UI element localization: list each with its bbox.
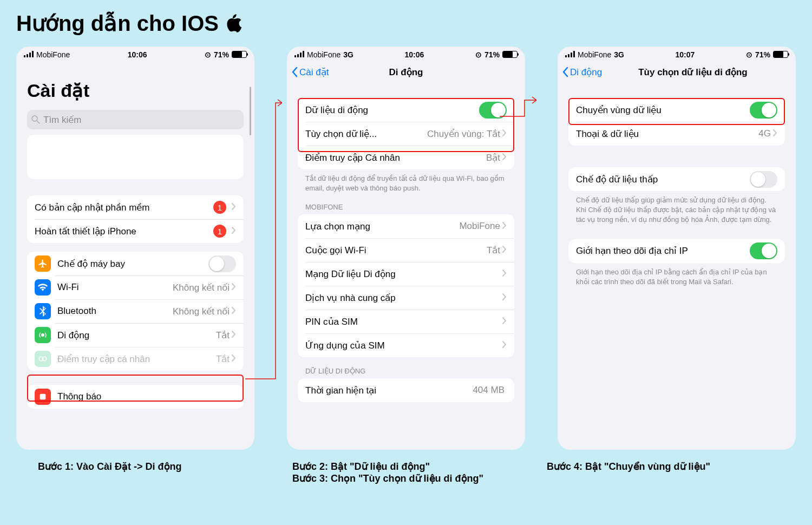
carrier: MobiFone xyxy=(578,50,611,59)
svg-rect-8 xyxy=(40,394,46,400)
time: 10:06 xyxy=(128,50,147,59)
row-provider[interactable]: Dịch vụ nhà cung cấp xyxy=(298,286,514,310)
battery-pct: 71% xyxy=(755,50,770,59)
label: Dữ liệu di động xyxy=(305,104,479,116)
battery-icon xyxy=(232,51,247,58)
chevron-right-icon xyxy=(232,353,236,364)
captions: Bước 1: Vào Cài Đặt -> Di động Bước 2: B… xyxy=(16,461,796,484)
label: Có bản cập nhật phần mềm xyxy=(35,202,213,213)
cellular-data-toggle[interactable] xyxy=(479,102,507,119)
label: Chế độ máy bay xyxy=(57,258,208,270)
signal-icon xyxy=(565,50,575,59)
label: Thoại & dữ liệu xyxy=(576,128,758,140)
row-finish-setup[interactable]: Hoàn tất thiết lập iPhone 1 xyxy=(27,219,244,243)
value: Tắt xyxy=(487,245,500,256)
caption-step-1: Bước 1: Vào Cài Đặt -> Di động xyxy=(16,461,254,484)
value: Không kết nối xyxy=(173,282,230,293)
chevron-right-icon xyxy=(502,340,507,351)
battery-icon xyxy=(773,51,788,58)
row-network-selection[interactable]: Lựa chọn mạng MobiFone xyxy=(298,214,514,238)
row-airplane-mode[interactable]: Chế độ máy bay xyxy=(27,252,244,275)
label: Điểm truy cập Cá nhân xyxy=(305,152,486,163)
chevron-right-icon xyxy=(502,292,507,303)
value: Không kết nối xyxy=(173,306,230,317)
row-current-period[interactable]: Thời gian hiện tại 404 MB xyxy=(298,378,514,402)
page-title: Hướng dẫn cho IOS xyxy=(16,11,796,36)
value: Tắt xyxy=(216,330,230,341)
screenshot-2: MobiFone 3G 10:06 ⊙ 71% Cài đặt Di động … xyxy=(287,47,525,450)
alarm-icon: ⊙ xyxy=(205,50,211,59)
status-bar: MobiFone 10:06 ⊙ 71% xyxy=(16,47,254,60)
airplane-icon xyxy=(35,255,51,272)
scroll-indicator xyxy=(250,87,251,135)
label: Thông báo xyxy=(57,391,236,402)
row-data-network[interactable]: Mạng Dữ liệu Di động xyxy=(298,262,514,286)
chevron-right-icon xyxy=(502,245,507,255)
network-type: 3G xyxy=(614,50,624,59)
label: Điểm truy cập cá nhân xyxy=(57,353,216,365)
row-sim-app[interactable]: Ứng dụng của SIM xyxy=(298,333,514,357)
search-input[interactable]: Tìm kiếm xyxy=(27,110,244,129)
row-ip-tracking-limit[interactable]: Giới hạn theo dõi địa chỉ IP xyxy=(568,239,785,263)
time: 10:06 xyxy=(405,50,424,59)
footnote: Chế độ dữ liệu thấp giúp giảm mức sử dụn… xyxy=(558,191,796,225)
caption-step-2-3: Bước 2: Bật "Dữ liệu di động" Bước 3: Ch… xyxy=(271,461,509,484)
search-placeholder: Tìm kiếm xyxy=(43,114,81,126)
signal-icon xyxy=(24,50,34,59)
caption-step-4: Bước 4: Bật "Chuyển vùng dữ liệu" xyxy=(525,461,763,484)
alarm-icon: ⊙ xyxy=(475,50,482,59)
chevron-right-icon xyxy=(502,152,507,163)
chevron-right-icon xyxy=(502,316,507,327)
row-hotspot[interactable]: Điểm truy cập Cá nhân Bật xyxy=(298,146,514,169)
badge: 1 xyxy=(213,225,226,238)
chevron-left-icon xyxy=(562,67,568,77)
screenshot-3: MobiFone 3G 10:07 ⊙ 71% Di động Tùy chọn… xyxy=(558,47,796,450)
row-low-data-mode[interactable]: Chế độ dữ liệu thấp xyxy=(568,167,785,191)
row-hotspot[interactable]: Điểm truy cập cá nhân Tắt xyxy=(27,347,244,371)
label: Di động xyxy=(57,330,216,341)
battery-pct: 71% xyxy=(214,50,229,59)
back-button[interactable]: Cài đặt xyxy=(291,67,329,78)
row-cellular-data[interactable]: Dữ liệu di động xyxy=(298,98,514,122)
label: Hoàn tất thiết lập iPhone xyxy=(35,226,213,237)
bluetooth-icon xyxy=(35,303,51,319)
airplane-toggle[interactable] xyxy=(208,255,236,272)
chevron-right-icon xyxy=(232,282,236,293)
label: Lựa chọn mạng xyxy=(305,221,459,232)
row-data-roaming[interactable]: Chuyển vùng dữ liệu xyxy=(568,98,785,122)
row-software-update[interactable]: Có bản cập nhật phần mềm 1 xyxy=(27,195,244,219)
row-cellular[interactable]: Di động Tắt xyxy=(27,323,244,347)
back-label: Cài đặt xyxy=(299,67,329,78)
row-data-options[interactable]: Tùy chọn dữ liệ... Chuyển vùng: Tắt xyxy=(298,122,514,146)
carrier: MobiFone xyxy=(36,50,70,59)
profile-card[interactable] xyxy=(27,135,244,179)
low-data-toggle[interactable] xyxy=(750,171,777,188)
back-button[interactable]: Di động xyxy=(562,67,602,78)
section-header: MOBIFONE xyxy=(287,193,525,214)
cellular-icon xyxy=(35,327,51,343)
value: 4G xyxy=(758,128,771,139)
notifications-icon xyxy=(35,389,51,405)
label: Dịch vụ nhà cung cấp xyxy=(305,292,502,304)
chevron-right-icon xyxy=(232,202,236,213)
label: Giới hạn theo dõi địa chỉ IP xyxy=(576,245,750,257)
row-notifications[interactable]: Thông báo xyxy=(27,385,244,409)
ip-limit-toggle[interactable] xyxy=(750,242,777,259)
row-wifi-calling[interactable]: Cuộc gọi Wi-Fi Tắt xyxy=(298,238,514,262)
search-icon xyxy=(31,115,40,124)
nav-bar: Di động Tùy chọn dữ liệu di động xyxy=(558,60,796,84)
row-voice-data[interactable]: Thoại & dữ liệu 4G xyxy=(568,122,785,146)
label: Chuyển vùng dữ liệu xyxy=(576,104,750,116)
wifi-icon xyxy=(35,279,51,296)
roaming-toggle[interactable] xyxy=(750,102,777,119)
value: Chuyển vùng: Tắt xyxy=(427,128,500,140)
row-bluetooth[interactable]: Bluetooth Không kết nối xyxy=(27,299,244,323)
signal-icon xyxy=(294,50,304,59)
chevron-right-icon xyxy=(502,268,507,279)
row-sim-pin[interactable]: PIN của SIM xyxy=(298,310,514,333)
status-bar: MobiFone 3G 10:06 ⊙ 71% xyxy=(287,47,525,60)
label: Thời gian hiện tại xyxy=(305,385,473,396)
row-wifi[interactable]: Wi-Fi Không kết nối xyxy=(27,275,244,299)
label: Ứng dụng của SIM xyxy=(305,340,502,351)
chevron-left-icon xyxy=(291,67,298,77)
